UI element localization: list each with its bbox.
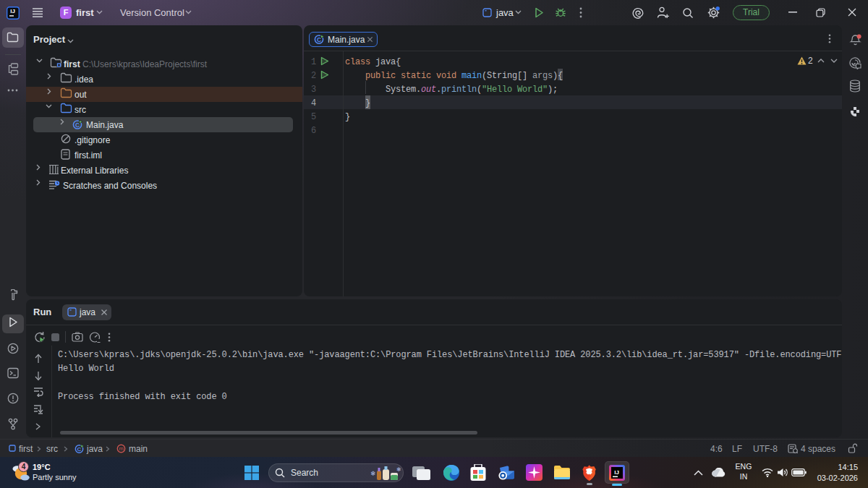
- svg-text:❄: ❄: [370, 470, 376, 477]
- svg-text:IJ: IJ: [614, 469, 619, 476]
- svg-text:m: m: [119, 445, 123, 452]
- svg-text:❄: ❄: [396, 466, 401, 473]
- svg-text:IJ: IJ: [10, 8, 15, 14]
